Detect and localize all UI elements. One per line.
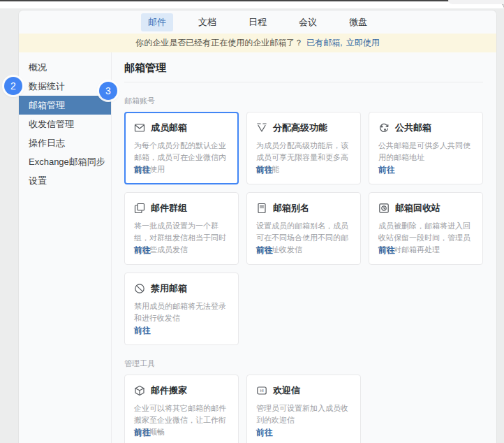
go-link[interactable]: 前往 xyxy=(134,325,151,337)
go-link[interactable]: 前往 xyxy=(378,245,395,256)
section-tools-label: 管理工具 xyxy=(124,358,483,369)
sidebar: 概况 数据统计 邮箱管理 收发信管理 操作日志 Exchange邮箱同步 设置 xyxy=(19,52,112,443)
go-link[interactable]: 前往 xyxy=(256,427,273,439)
go-link[interactable]: 前往 xyxy=(134,164,151,176)
card-mail-group[interactable]: 邮件群组 将一批成员设置为一个群组，对群组发信相当于同时对这些成员发信 前往 xyxy=(124,192,239,265)
tab-mail[interactable]: 邮件 xyxy=(141,13,173,31)
tab-meeting[interactable]: 会议 xyxy=(292,13,324,31)
main-content: 邮箱管理 邮箱账号 成员邮箱 为每个成员分配的默认企业邮箱，成员可在企业微信内直… xyxy=(112,52,496,443)
card-title: 公共邮箱 xyxy=(395,122,431,134)
go-link[interactable]: 前往 xyxy=(134,427,151,439)
mail-group-icon xyxy=(134,203,145,214)
package-icon xyxy=(134,385,145,396)
card-mailbox-alias[interactable]: 邮箱别名 设置成员的邮箱别名，成员可在不同场合使用不同的邮箱地址收发信 前往 xyxy=(246,192,361,265)
app-panel: 邮件 文档 日程 会议 微盘 你的企业是否已经有正在使用的企业邮箱了？ 已有邮箱… xyxy=(19,10,496,443)
card-mail-migration[interactable]: 邮件搬家 企业可以将其它邮箱的邮件搬家至企业微信，让工作衔接更顺畅 前往 xyxy=(124,375,239,443)
advanced-features-icon xyxy=(256,122,267,133)
card-head: 邮件搬家 xyxy=(134,384,229,397)
card-head: 邮件群组 xyxy=(134,202,229,215)
card-desc: 禁用成员的邮箱将无法登录和进行收发信 xyxy=(134,300,229,324)
card-title: 分配高级功能 xyxy=(273,122,327,134)
account-cards-grid: 成员邮箱 为每个成员分配的默认企业邮箱，成员可在企业微信内直接使用 前往 分配高… xyxy=(124,112,483,345)
go-link[interactable]: 前往 xyxy=(256,245,273,256)
top-nav-tabs: 邮件 文档 日程 会议 微盘 xyxy=(19,10,496,34)
card-title: 邮件搬家 xyxy=(151,384,187,397)
alias-icon xyxy=(256,203,267,214)
card-title: 欢迎信 xyxy=(273,384,300,397)
content-area: 概况 数据统计 邮箱管理 收发信管理 操作日志 Exchange邮箱同步 设置 … xyxy=(19,52,496,443)
recycle-icon xyxy=(378,203,390,214)
tab-drive[interactable]: 微盘 xyxy=(342,13,374,31)
sidebar-item-statistics[interactable]: 数据统计 xyxy=(19,77,111,96)
sidebar-item-operation-log[interactable]: 操作日志 xyxy=(19,133,111,152)
card-member-mailbox[interactable]: 成员邮箱 为每个成员分配的默认企业邮箱，成员可在企业微信内直接使用 前往 xyxy=(124,112,239,184)
card-head: 成员邮箱 xyxy=(134,122,229,134)
card-title: 邮箱回收站 xyxy=(395,202,440,215)
section-accounts-label: 邮箱账号 xyxy=(124,96,483,106)
card-mailbox-recycle[interactable]: 邮箱回收站 成员被删除，邮箱将进入回收站保留一段时间，管理员可以对邮箱再处理 前… xyxy=(369,192,483,265)
public-mailbox-icon xyxy=(378,122,390,133)
tools-cards-grid: 邮件搬家 企业可以将其它邮箱的邮件搬家至企业微信，让工作衔接更顺畅 前往 HI … xyxy=(124,375,483,443)
card-public-mailbox[interactable]: 公共邮箱 公共邮箱是可供多人共同使用的邮箱地址 前往 xyxy=(369,112,483,184)
envelope-icon xyxy=(134,122,145,133)
card-head: 禁用邮箱 xyxy=(134,282,229,295)
sidebar-item-overview[interactable]: 概况 xyxy=(19,58,111,77)
card-head: 分配高级功能 xyxy=(256,122,351,134)
card-desc: 管理员可设置新加入成员收到的欢迎信 xyxy=(256,402,351,426)
use-now-link[interactable]: 立即使用 xyxy=(346,37,380,49)
card-head: HI 欢迎信 xyxy=(256,384,351,397)
step-badge-3: 3 xyxy=(99,82,117,100)
notice-bar: 你的企业是否已经有正在使用的企业邮箱了？ 已有邮箱, 立即使用 xyxy=(19,34,496,52)
tab-calendar[interactable]: 日程 xyxy=(242,13,274,31)
card-head: 邮箱别名 xyxy=(256,202,351,215)
welcome-letter-icon: HI xyxy=(256,385,267,396)
card-head: 公共邮箱 xyxy=(378,122,473,134)
card-welcome-letter[interactable]: HI 欢迎信 管理员可设置新加入成员收到的欢迎信 前往 xyxy=(246,375,361,443)
card-title: 邮箱别名 xyxy=(273,202,309,215)
card-advanced-features[interactable]: 分配高级功能 为成员分配高级功能后，该成员可享无限容量和更多高级功能 前往 xyxy=(246,112,361,184)
divider xyxy=(124,82,483,82)
sidebar-item-mailbox-management[interactable]: 邮箱管理 xyxy=(19,96,111,115)
step-badge-2: 2 xyxy=(4,77,22,95)
card-head: 邮箱回收站 xyxy=(378,202,473,215)
card-title: 成员邮箱 xyxy=(151,122,187,134)
disabled-icon xyxy=(134,283,145,294)
card-disabled-mailbox[interactable]: 禁用邮箱 禁用成员的邮箱将无法登录和进行收发信 前往 xyxy=(124,273,239,345)
tab-docs[interactable]: 文档 xyxy=(191,13,223,31)
page-title: 邮箱管理 xyxy=(124,61,483,75)
sidebar-item-exchange-sync[interactable]: Exchange邮箱同步 xyxy=(19,152,111,171)
has-mailbox-link[interactable]: 已有邮箱, xyxy=(306,37,342,49)
card-title: 禁用邮箱 xyxy=(151,282,187,295)
svg-text:HI: HI xyxy=(260,388,263,393)
browser-window-top-edge xyxy=(0,0,504,8)
sidebar-item-send-receive[interactable]: 收发信管理 xyxy=(19,115,111,133)
go-link[interactable]: 前往 xyxy=(378,164,395,176)
card-desc: 公共邮箱是可供多人共同使用的邮箱地址 xyxy=(378,140,473,164)
notice-text: 你的企业是否已经有正在使用的企业邮箱了？ xyxy=(135,37,303,49)
sidebar-item-settings[interactable]: 设置 xyxy=(19,171,111,190)
card-title: 邮件群组 xyxy=(151,202,187,215)
go-link[interactable]: 前往 xyxy=(134,245,151,256)
go-link[interactable]: 前往 xyxy=(256,164,273,176)
window-corner xyxy=(448,0,504,4)
